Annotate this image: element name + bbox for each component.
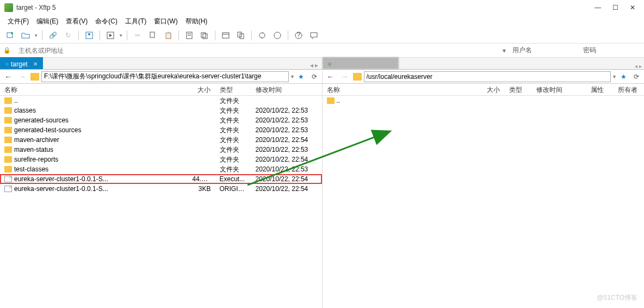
paste-icon[interactable]: 📋 xyxy=(162,29,174,41)
file-row[interactable]: maven-status文件夹2020/10/22, 22:53 xyxy=(0,145,322,155)
cell-mtime: 2020/10/22, 22:54 xyxy=(251,185,322,193)
local-file-list[interactable]: ..文件夹classes文件夹2020/10/22, 22:53generate… xyxy=(0,96,322,308)
remote-path-input[interactable] xyxy=(364,71,611,82)
path-refresh-button[interactable]: ⟳ xyxy=(631,71,642,82)
remote-tab[interactable] xyxy=(323,57,399,69)
copy2-button[interactable] xyxy=(199,29,210,41)
forward-button[interactable]: → xyxy=(16,71,28,83)
reconnect-icon[interactable]: ↻ xyxy=(62,29,74,41)
watermark: @51CTO博客 xyxy=(597,293,637,303)
file-row[interactable]: eureka-server-cluster1-0.0.1-S...3KBORIG… xyxy=(0,184,322,194)
local-header[interactable]: 名称 大小 类型 修改时间 xyxy=(0,84,322,96)
svg-text:?: ? xyxy=(297,31,301,39)
tab-scroll-icons[interactable]: ◂ ▸ xyxy=(307,61,321,69)
username-input[interactable] xyxy=(538,45,577,57)
file-row[interactable]: generated-test-sources文件夹2020/10/22, 22:… xyxy=(0,125,322,135)
file-row[interactable]: maven-archiver文件夹2020/10/22, 22:54 xyxy=(0,135,322,145)
menu-tools[interactable]: 工具(T) xyxy=(122,16,150,27)
comment-button[interactable] xyxy=(308,29,320,41)
new-folder-button[interactable] xyxy=(20,29,32,41)
close-tab-icon[interactable]: ✕ xyxy=(33,61,38,67)
cell-size: 3KB xyxy=(188,185,215,193)
remote-header[interactable]: 名称 大小 类型 修改时间 属性 所有者 xyxy=(323,84,645,96)
menu-view[interactable]: 查看(V) xyxy=(63,16,91,27)
col-size[interactable]: 大小 xyxy=(479,84,505,95)
file-row[interactable]: classes文件夹2020/10/22, 22:53 xyxy=(0,106,322,115)
browser-button[interactable] xyxy=(220,29,232,41)
password-input[interactable] xyxy=(603,45,641,57)
file-name: generated-sources xyxy=(14,116,69,124)
menu-file[interactable]: 文件(F) xyxy=(4,16,32,27)
maximize-button[interactable]: ☐ xyxy=(611,4,619,11)
local-path-input[interactable] xyxy=(41,71,289,82)
file-row[interactable]: test-classes文件夹2020/10/22, 22:53 xyxy=(0,164,322,174)
close-button[interactable]: ✕ xyxy=(629,4,636,11)
copy-button[interactable] xyxy=(147,29,159,41)
path-refresh-button[interactable]: ⟳ xyxy=(309,71,320,82)
cell-type: 文件夹 xyxy=(215,135,251,145)
folder-icon xyxy=(4,127,12,133)
sync-button[interactable] xyxy=(256,29,268,41)
cell-type: 文件夹 xyxy=(215,126,251,135)
cell-mtime: 2020/10/22, 22:53 xyxy=(251,116,322,124)
col-type[interactable]: 类型 xyxy=(215,84,251,95)
back-button[interactable]: ← xyxy=(2,71,14,83)
cell-mtime: 2020/10/22, 22:53 xyxy=(251,165,322,173)
cell-type: 文件夹 xyxy=(215,145,251,155)
properties-button[interactable] xyxy=(183,29,195,41)
address-book-button[interactable] xyxy=(83,29,95,41)
local-pane: target ✕ ◂ ▸ ← → ▾ ★ ⟳ 名称 大小 类型 修改时间 ..文… xyxy=(0,58,323,308)
col-type[interactable]: 类型 xyxy=(505,84,532,95)
files-button[interactable] xyxy=(235,29,247,41)
menubar: 文件(F) 编辑(E) 查看(V) 命令(C) 工具(T) 窗口(W) 帮助(H… xyxy=(0,15,644,27)
col-mtime[interactable]: 修改时间 xyxy=(251,84,322,95)
col-mtime[interactable]: 修改时间 xyxy=(532,84,586,95)
file-name: eureka-server-cluster1-0.0.1-S... xyxy=(14,185,108,193)
path-star-button[interactable]: ★ xyxy=(618,71,629,82)
file-row[interactable]: eureka-server-cluster1-0.0.1-S...44.20..… xyxy=(0,174,322,184)
file-row[interactable]: ..文件夹 xyxy=(0,96,322,106)
file-icon xyxy=(4,176,12,182)
folder-icon xyxy=(4,137,12,143)
svg-point-11 xyxy=(259,33,265,38)
folder-icon xyxy=(353,73,362,81)
file-name: generated-test-sources xyxy=(14,126,81,134)
minimize-button[interactable]: — xyxy=(594,4,602,11)
svg-rect-4 xyxy=(150,32,154,38)
play-button[interactable] xyxy=(104,29,116,41)
cell-type: 文件夹 xyxy=(215,96,251,106)
cell-type: Execut... xyxy=(215,175,251,183)
file-row[interactable]: generated-sources文件夹2020/10/22, 22:53 xyxy=(0,115,322,125)
help-button[interactable]: ? xyxy=(293,29,305,41)
col-size[interactable]: 大小 xyxy=(188,84,215,95)
menu-window[interactable]: 窗口(W) xyxy=(151,16,181,27)
col-name[interactable]: 名称 xyxy=(0,84,188,95)
col-name[interactable]: 名称 xyxy=(323,84,479,95)
forward-button[interactable]: → xyxy=(339,71,351,83)
tab-scroll-icons[interactable]: ◂ ▸ xyxy=(635,63,644,69)
folder-icon xyxy=(4,117,12,124)
cell-type: 文件夹 xyxy=(215,155,251,164)
menu-edit[interactable]: 编辑(E) xyxy=(33,16,61,27)
host-input[interactable] xyxy=(15,45,498,57)
path-star-button[interactable]: ★ xyxy=(296,71,307,82)
back-button[interactable]: ← xyxy=(325,71,337,83)
menu-cmd[interactable]: 命令(C) xyxy=(92,16,121,27)
col-owner[interactable]: 所有者 xyxy=(614,84,644,95)
remote-file-list[interactable]: .. xyxy=(323,96,645,308)
new-tab-button[interactable] xyxy=(4,29,16,41)
file-row[interactable]: .. xyxy=(323,96,645,106)
cut-icon[interactable]: ✂ xyxy=(132,29,144,41)
cell-mtime: 2020/10/22, 22:54 xyxy=(251,175,322,183)
file-name: .. xyxy=(14,97,18,104)
cell-type: 文件夹 xyxy=(215,106,251,115)
col-attr[interactable]: 属性 xyxy=(586,84,614,95)
cell-type: ORIGIN... xyxy=(215,185,251,193)
link-icon[interactable]: 🔗 xyxy=(47,29,59,41)
xshell-button[interactable] xyxy=(271,29,283,41)
local-tab[interactable]: target ✕ xyxy=(0,57,43,69)
file-row[interactable]: surefire-reports文件夹2020/10/22, 22:54 xyxy=(0,155,322,164)
username-label: 用户名 xyxy=(510,46,534,55)
menu-help[interactable]: 帮助(H) xyxy=(182,16,211,27)
dot-icon xyxy=(328,63,331,66)
